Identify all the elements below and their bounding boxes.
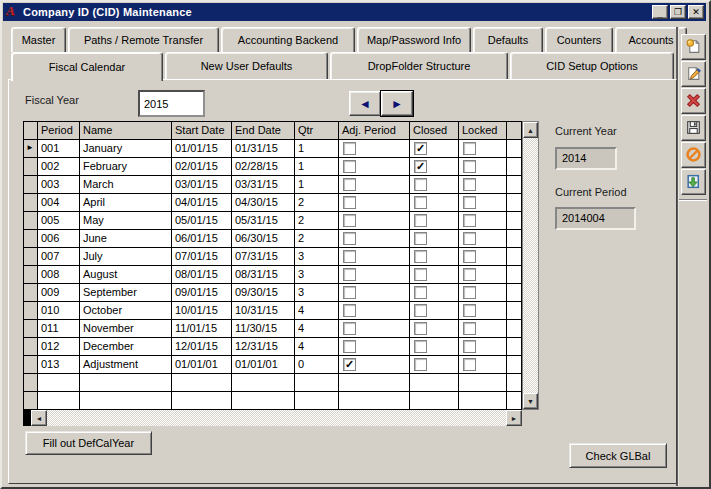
cell-name[interactable]: August — [80, 266, 172, 284]
locked-checkbox[interactable] — [463, 322, 476, 335]
cell-name[interactable]: June — [80, 230, 172, 248]
cell-empty[interactable] — [339, 392, 410, 410]
cell-period[interactable]: 004 — [38, 194, 80, 212]
exit-form-button[interactable] — [681, 169, 706, 195]
cell-period[interactable]: 006 — [38, 230, 80, 248]
tab-defaults[interactable]: Defaults — [473, 27, 543, 52]
cell-empty[interactable] — [459, 392, 507, 410]
closed-checkbox[interactable]: ✓ — [414, 160, 427, 173]
cell-period[interactable]: 005 — [38, 212, 80, 230]
tab-fiscal-calendar[interactable]: Fiscal Calendar — [11, 52, 163, 81]
cell-empty[interactable] — [295, 374, 339, 392]
cell-period[interactable]: 010 — [38, 302, 80, 320]
cell-end-date[interactable]: 12/31/15 — [232, 338, 295, 356]
cell-start-date[interactable]: 06/01/15 — [172, 230, 232, 248]
closed-checkbox[interactable]: ✓ — [414, 142, 427, 155]
locked-checkbox[interactable] — [463, 340, 476, 353]
cell-start-date[interactable]: 05/01/15 — [172, 212, 232, 230]
cell-name[interactable]: January — [80, 140, 172, 158]
locked-checkbox[interactable] — [463, 178, 476, 191]
closed-checkbox[interactable] — [414, 268, 427, 281]
cell-end-date[interactable]: 01/31/15 — [232, 140, 295, 158]
row-selector-cell[interactable] — [24, 266, 38, 284]
tab-dropfolder-structure[interactable]: DropFolder Structure — [330, 52, 508, 79]
adj-period-checkbox[interactable] — [343, 304, 356, 317]
current-row-marker[interactable]: ► — [24, 140, 38, 158]
new-record-button[interactable] — [681, 34, 706, 60]
cell-qtr[interactable]: 1 — [295, 176, 339, 194]
adj-period-checkbox[interactable] — [343, 268, 356, 281]
row-selector-cell[interactable] — [24, 212, 38, 230]
edit-record-button[interactable] — [681, 61, 706, 87]
row-selector-cell[interactable] — [24, 392, 38, 410]
cell-start-date[interactable]: 09/01/15 — [172, 284, 232, 302]
cell-empty[interactable] — [295, 392, 339, 410]
cell-start-date[interactable]: 01/01/01 — [172, 356, 232, 374]
maximize-button[interactable]: ❐ — [670, 5, 686, 19]
locked-checkbox[interactable] — [463, 250, 476, 263]
vertical-scrollbar[interactable]: ▲ ▼ — [522, 121, 539, 410]
column-header-adj-period[interactable]: Adj. Period — [339, 122, 410, 140]
column-header-qtr[interactable]: Qtr — [295, 122, 339, 140]
next-year-button[interactable]: ► — [381, 91, 413, 116]
cell-empty[interactable] — [410, 392, 459, 410]
locked-checkbox[interactable] — [463, 142, 476, 155]
cell-qtr[interactable]: 4 — [295, 320, 339, 338]
cell-period[interactable]: 001 — [38, 140, 80, 158]
cell-period[interactable]: 003 — [38, 176, 80, 194]
tab-counters[interactable]: Counters — [545, 27, 613, 52]
column-header-start-date[interactable]: Start Date — [172, 122, 232, 140]
tab-map-password-info[interactable]: Map/Password Info — [357, 27, 471, 52]
cell-end-date[interactable]: 06/30/15 — [232, 230, 295, 248]
table-row[interactable]: 010October10/01/1510/31/154 — [24, 302, 522, 320]
cell-end-date[interactable]: 05/31/15 — [232, 212, 295, 230]
adj-period-checkbox[interactable]: ✓ — [343, 358, 356, 371]
cell-period[interactable]: 011 — [38, 320, 80, 338]
row-selector-cell[interactable] — [24, 230, 38, 248]
cancel-button[interactable] — [681, 142, 706, 168]
row-selector-cell[interactable] — [24, 176, 38, 194]
row-selector-cell[interactable] — [24, 194, 38, 212]
adj-period-checkbox[interactable] — [343, 160, 356, 173]
cell-name[interactable]: November — [80, 320, 172, 338]
row-selector-cell[interactable] — [24, 374, 38, 392]
tab-cid-setup-options[interactable]: CID Setup Options — [510, 52, 674, 79]
cell-period[interactable]: 009 — [38, 284, 80, 302]
table-row-empty[interactable] — [24, 392, 522, 410]
closed-checkbox[interactable] — [414, 322, 427, 335]
scroll-left-button[interactable]: ◄ — [31, 410, 47, 426]
locked-checkbox[interactable] — [463, 304, 476, 317]
cell-end-date[interactable]: 03/31/15 — [232, 176, 295, 194]
cell-period[interactable]: 007 — [38, 248, 80, 266]
cell-end-date[interactable]: 07/31/15 — [232, 248, 295, 266]
closed-checkbox[interactable] — [414, 250, 427, 263]
cell-name[interactable]: December — [80, 338, 172, 356]
cell-start-date[interactable]: 10/01/15 — [172, 302, 232, 320]
cell-name[interactable]: July — [80, 248, 172, 266]
cell-end-date[interactable]: 02/28/15 — [232, 158, 295, 176]
cell-qtr[interactable]: 3 — [295, 248, 339, 266]
cell-qtr[interactable]: 4 — [295, 302, 339, 320]
closed-checkbox[interactable] — [414, 232, 427, 245]
cell-qtr[interactable]: 1 — [295, 140, 339, 158]
closed-checkbox[interactable] — [414, 214, 427, 227]
save-record-button[interactable] — [681, 115, 706, 141]
adj-period-checkbox[interactable] — [343, 250, 356, 263]
tab-master[interactable]: Master — [11, 27, 66, 52]
cell-start-date[interactable]: 08/01/15 — [172, 266, 232, 284]
locked-checkbox[interactable] — [463, 232, 476, 245]
adj-period-checkbox[interactable] — [343, 196, 356, 209]
column-header-locked[interactable]: Locked — [459, 122, 507, 140]
cell-empty[interactable] — [232, 392, 295, 410]
delete-record-button[interactable] — [681, 88, 706, 114]
cell-name[interactable]: October — [80, 302, 172, 320]
tab-paths-remote-transfer[interactable]: Paths / Remote Transfer — [68, 27, 219, 52]
cell-start-date[interactable]: 02/01/15 — [172, 158, 232, 176]
cell-empty[interactable] — [80, 374, 172, 392]
locked-checkbox[interactable] — [463, 286, 476, 299]
cell-start-date[interactable]: 11/01/15 — [172, 320, 232, 338]
cell-empty[interactable] — [339, 374, 410, 392]
row-selector-cell[interactable] — [24, 356, 38, 374]
cell-qtr[interactable]: 2 — [295, 230, 339, 248]
row-selector-cell[interactable] — [24, 320, 38, 338]
